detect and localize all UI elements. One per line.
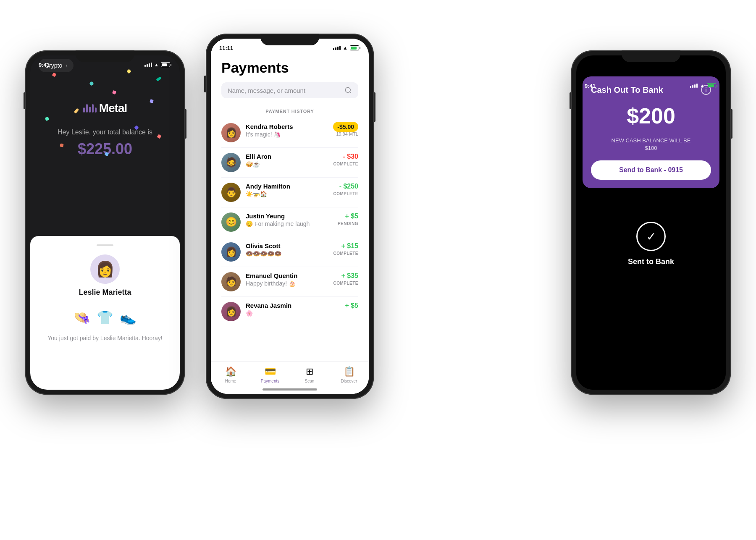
- discover-nav-label: Discover: [341, 379, 357, 383]
- payment-item-revana[interactable]: 👩 Revana Jasmin 🌸 + $5: [221, 297, 358, 326]
- payment-amount-andy: - $250 COMPLETE: [333, 183, 358, 196]
- new-balance-label: NEW CASH BALANCE WILL BE: [612, 137, 691, 144]
- elli-status: COMPLETE: [333, 162, 358, 166]
- payment-note-revana: 🌸: [246, 310, 345, 317]
- balance-greeting: Hey Leslie, your total balance is: [47, 128, 163, 137]
- payment-info-kendra: Kendra Roberts It's magic! 🦄: [246, 123, 333, 138]
- send-to-bank-button[interactable]: Send to Bank - 0915: [591, 160, 711, 180]
- profile-name: Leslie Marietta: [79, 288, 131, 297]
- center-screen-content: 11:11 ▲: [211, 39, 369, 394]
- metal-logo-text: Metal: [99, 102, 127, 115]
- revana-amount: + $5: [345, 302, 358, 309]
- nav-scan[interactable]: ⊞ Scan: [297, 366, 322, 383]
- right-status-bar: 9:41 ▲: [576, 76, 726, 95]
- right-battery-icon: [707, 83, 717, 88]
- right-notch: [622, 50, 680, 62]
- nav-payments[interactable]: 💳 Payments: [257, 366, 283, 383]
- battery-icon: [161, 62, 171, 67]
- left-phone: 9:41 ▲: [25, 50, 185, 395]
- payment-item-kendra[interactable]: 👩 Kendra Roberts It's magic! 🦄 -$5.00 19…: [221, 118, 358, 148]
- check-mark-icon: ✓: [646, 230, 656, 244]
- left-status-icons: ▲: [144, 62, 171, 67]
- payment-note-andy: ☀️🚁🏠: [246, 191, 333, 197]
- search-icon: [344, 87, 352, 94]
- kendra-sub: 19.94 MTL: [333, 131, 358, 136]
- profile-section: 👩 Leslie Marietta: [39, 254, 171, 297]
- scan-nav-icon: ⊞: [306, 366, 313, 377]
- left-bottom-section: 👩 Leslie Marietta 👒 👕 👟 You just got pai…: [30, 236, 180, 390]
- items-section: 👒 👕 👟: [39, 309, 171, 325]
- payment-name-kendra: Kendra Roberts: [246, 123, 333, 130]
- payment-name-emanuel: Emanuel Quentin: [246, 272, 333, 279]
- center-phone: 11:11 ▲: [206, 34, 374, 399]
- payment-name-olivia: Olivia Scott: [246, 242, 333, 249]
- center-status-time: 11:11: [219, 45, 233, 51]
- payment-info-olivia: Olivia Scott 🍩🍩🍩🍩🍩: [246, 242, 333, 257]
- center-phone-screen: 11:11 ▲: [211, 39, 369, 394]
- right-screen-content: 9:41 ▲: [576, 76, 726, 390]
- payment-amount-revana: + $5: [345, 302, 358, 309]
- center-notch: [260, 34, 319, 45]
- avatar-kendra: 👩: [221, 123, 241, 142]
- svg-point-0: [345, 87, 350, 92]
- right-status-time: 9:41: [585, 83, 596, 89]
- payments-nav-icon: 💳: [265, 366, 276, 377]
- scan-nav-label: Scan: [305, 379, 315, 383]
- avatar-andy: 👨: [221, 183, 241, 202]
- payment-name-andy: Andy Hamilton: [246, 183, 333, 190]
- justin-amount: + $5: [338, 212, 358, 220]
- check-circle: ✓: [636, 222, 666, 251]
- left-top-section: Metal Hey Leslie, your total balance is …: [30, 55, 180, 232]
- right-phone-screen: 9:41 ▲: [576, 55, 726, 390]
- payment-list: 👩 Kendra Roberts It's magic! 🦄 -$5.00 19…: [211, 118, 369, 326]
- scroll-indicator: [97, 244, 113, 246]
- payment-item-andy[interactable]: 👨 Andy Hamilton ☀️🚁🏠 - $250 COMPLETE: [221, 178, 358, 207]
- payment-info-revana: Revana Jasmin 🌸: [246, 302, 345, 317]
- payment-item-elli[interactable]: 🧔 Elli Aron 🥪☕ - $30 COMPLETE: [221, 148, 358, 178]
- sent-to-bank-section: ✓ Sent to Bank: [576, 222, 726, 266]
- payment-note-elli: 🥪☕: [246, 161, 333, 168]
- avatar-olivia: 👩: [221, 242, 241, 262]
- left-status-time: 9:41: [39, 62, 50, 68]
- payment-info-elli: Elli Aron 🥪☕: [246, 153, 333, 168]
- discover-nav-icon: 📋: [344, 366, 355, 377]
- elli-amount: - $30: [333, 153, 358, 160]
- emanuel-status: COMPLETE: [333, 281, 358, 286]
- center-wifi-icon: ▲: [343, 45, 348, 51]
- payment-item-emanuel[interactable]: 🧑 Emanuel Quentin Happy birthday! 🎂 + $3…: [221, 267, 358, 297]
- emanuel-amount: + $35: [333, 272, 358, 280]
- payment-amount-kendra: -$5.00 19.94 MTL: [333, 123, 358, 136]
- home-nav-icon: 🏠: [225, 366, 236, 377]
- nav-home[interactable]: 🏠 Home: [218, 366, 243, 383]
- item-shirt: 👕: [97, 309, 113, 325]
- olivia-amount: + $15: [333, 242, 358, 250]
- balance-section: Hey Leslie, your total balance is $225.0…: [39, 128, 171, 158]
- right-status-icons: ▲: [690, 83, 717, 89]
- justin-status: PENDING: [338, 221, 358, 226]
- payment-item-justin[interactable]: 😊 Justin Yeung 😊 For making me laugh + $…: [221, 207, 358, 237]
- search-bar[interactable]: Name, message, or amount: [221, 82, 358, 98]
- new-balance-text: NEW CASH BALANCE WILL BE $100: [591, 137, 711, 152]
- payments-title: Payments: [221, 60, 358, 76]
- center-battery-icon: [350, 45, 360, 50]
- olivia-status: COMPLETE: [333, 251, 358, 256]
- right-wifi-icon: ▲: [700, 83, 705, 89]
- balance-amount: $225.00: [47, 140, 163, 158]
- right-signal-icon: [690, 84, 698, 88]
- payment-amount-emanuel: + $35 COMPLETE: [333, 272, 358, 286]
- profile-avatar: 👩: [90, 254, 120, 284]
- payment-note-kendra: It's magic! 🦄: [246, 131, 333, 138]
- payment-amount-elli: - $30 COMPLETE: [333, 153, 358, 166]
- nav-discover[interactable]: 📋 Discover: [336, 366, 362, 383]
- item-cap: 👒: [74, 309, 90, 325]
- payments-nav-label: Payments: [261, 379, 279, 383]
- payment-history-label: PAYMENT HISTORY: [211, 102, 369, 118]
- payment-info-andy: Andy Hamilton ☀️🚁🏠: [246, 183, 333, 197]
- signal-bars-icon: [144, 63, 152, 67]
- payment-item-olivia[interactable]: 👩 Olivia Scott 🍩🍩🍩🍩🍩 + $15 COMPLETE: [221, 237, 358, 267]
- left-phone-screen: 9:41 ▲: [30, 55, 180, 390]
- svg-line-1: [349, 92, 351, 93]
- payment-amount-justin: + $5 PENDING: [338, 212, 358, 226]
- payment-name-justin: Justin Yeung: [246, 212, 338, 220]
- avatar-emanuel: 🧑: [221, 272, 241, 291]
